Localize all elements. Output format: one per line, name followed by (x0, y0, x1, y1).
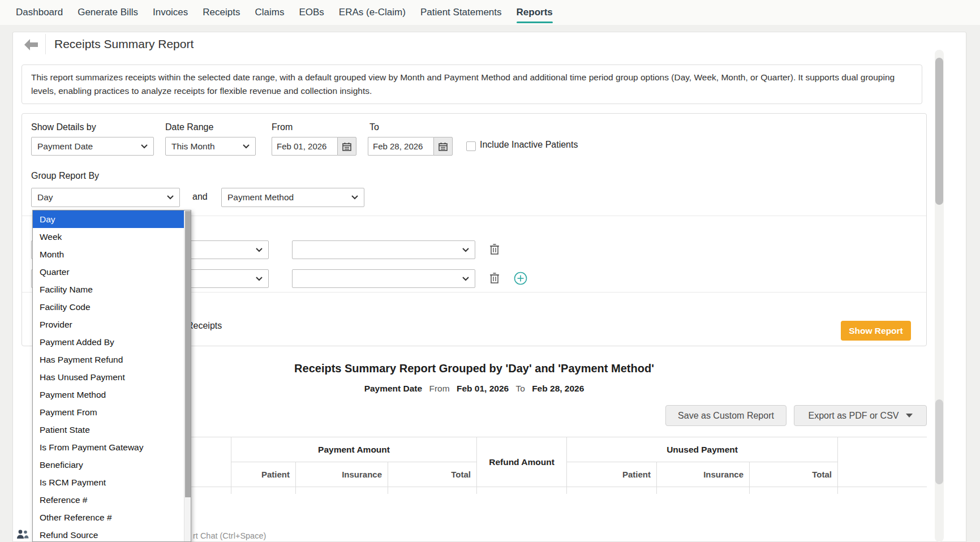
dropdown-option-month[interactable]: Month (33, 246, 184, 263)
plus-circle-icon (514, 272, 527, 285)
dropdown-option-is-from-payment-gateway[interactable]: Is From Payment Gateway (33, 438, 184, 456)
chevron-down-icon (462, 248, 469, 252)
to-date-field: Feb 28, 2026 (368, 137, 453, 156)
payment-amount-header: Payment Amount (231, 437, 477, 462)
from-date-field: Feb 01, 2026 (272, 137, 356, 156)
caret-down-icon (906, 414, 913, 418)
dropdown-option-payment-added-by[interactable]: Payment Added By (33, 333, 184, 351)
filter-row2-value-select[interactable] (292, 269, 475, 288)
include-inactive-label: Include Inactive Patients (480, 140, 578, 150)
dropdown-option-is-rcm-payment[interactable]: Is RCM Payment (33, 474, 184, 491)
date-range-label: Date Range (165, 122, 213, 132)
chevron-down-icon (462, 277, 469, 281)
dropdown-option-other-reference[interactable]: Other Reference # (33, 509, 184, 526)
to-calendar-button[interactable] (433, 137, 453, 156)
group-by-primary-select[interactable]: Day (31, 188, 180, 207)
refund-amount-header: Refund Amount (477, 437, 567, 487)
dropdown-option-patient-state[interactable]: Patient State (33, 421, 184, 438)
date-range-select[interactable]: This Month (165, 137, 256, 156)
group-by-primary-value: Day (37, 192, 53, 203)
nav-patient-statements[interactable]: Patient Statements (420, 0, 502, 25)
dropdown-option-provider[interactable]: Provider (33, 316, 184, 333)
dropdown-option-has-payment-refund[interactable]: Has Payment Refund (33, 351, 184, 368)
report-description: This report summarizes receipts within t… (22, 64, 922, 104)
dropdown-option-day[interactable]: Day (33, 210, 184, 228)
nav-claims[interactable]: Claims (255, 0, 284, 25)
group-by-conjunction: and (192, 192, 208, 202)
inner-scrollbar-thumb[interactable] (935, 399, 943, 484)
group-by-secondary-value: Payment Method (227, 192, 294, 203)
page-scrollbar-thumb[interactable] (935, 58, 943, 205)
export-label: Export as PDF or CSV (808, 411, 899, 421)
header-divider (45, 34, 46, 54)
unused-total-header: Total (750, 462, 838, 487)
nav-invoices[interactable]: Invoices (153, 0, 188, 25)
chevron-down-icon (351, 195, 358, 200)
nav-dashboard[interactable]: Dashboard (16, 0, 63, 25)
actions-column-header (838, 437, 927, 487)
report-table: Payment Amount Refund Amount Unused Paym… (175, 437, 927, 494)
page-title: Receipts Summary Report (54, 37, 194, 51)
show-report-button[interactable]: Show Report (841, 321, 911, 341)
top-navbar: Dashboard Generate Bills Invoices Receip… (0, 0, 980, 25)
group-report-by-label: Group Report By (31, 171, 99, 181)
calendar-icon (342, 142, 351, 151)
subtitle-from-value: Feb 01, 2026 (457, 384, 509, 393)
from-date-input[interactable]: Feb 01, 2026 (272, 137, 337, 156)
nav-eras[interactable]: ERAs (e-Claim) (339, 0, 406, 25)
partially-hidden-receipts-label: Receipts (187, 321, 222, 331)
group-by-secondary-select[interactable]: Payment Method (221, 188, 364, 207)
dropdown-option-facility-code[interactable]: Facility Code (33, 298, 184, 316)
payment-patient-header: Patient (231, 462, 296, 487)
table-row (176, 487, 927, 494)
subtitle-to-label: To (515, 384, 525, 393)
add-filter-button[interactable] (514, 272, 527, 285)
group-by-open-dropdown: Day Week Month Quarter Facility Name Fac… (32, 210, 191, 542)
calendar-icon (439, 142, 448, 151)
dropdown-option-reference[interactable]: Reference # (33, 491, 184, 509)
payment-insurance-header: Insurance (296, 462, 388, 487)
show-details-by-label: Show Details by (31, 122, 96, 132)
filter-row1-delete-button[interactable] (489, 243, 500, 255)
chevron-down-icon (256, 277, 263, 281)
dropdown-option-has-unused-payment[interactable]: Has Unused Payment (33, 368, 184, 386)
dropdown-option-payment-from[interactable]: Payment From (33, 403, 184, 421)
trash-icon (489, 243, 500, 255)
to-label: To (369, 122, 379, 132)
dropdown-option-week[interactable]: Week (33, 228, 184, 246)
filter-row1-value-select[interactable] (292, 240, 475, 259)
export-pdf-csv-button[interactable]: Export as PDF or CSV (794, 405, 927, 426)
unused-payment-header: Unused Payment (567, 437, 838, 462)
filter-row2-delete-button[interactable] (489, 272, 500, 284)
save-as-custom-report-button[interactable]: Save as Custom Report (665, 405, 786, 426)
table-header-groups: Payment Amount Refund Amount Unused Paym… (176, 437, 927, 462)
chat-shortcut-label[interactable]: rt Chat (Ctrl+Space) (193, 531, 266, 540)
include-inactive-checkbox[interactable] (466, 141, 476, 151)
nav-generate-bills[interactable]: Generate Bills (78, 0, 138, 25)
subtitle-to-value: Feb 28, 2026 (532, 384, 584, 393)
nav-receipts[interactable]: Receipts (203, 0, 240, 25)
unused-insurance-header: Insurance (657, 462, 750, 487)
dropdown-scrollbar-thumb[interactable] (185, 211, 191, 497)
chat-users-icon[interactable] (16, 528, 29, 542)
to-date-input[interactable]: Feb 28, 2026 (368, 137, 433, 156)
from-label: From (272, 122, 293, 132)
from-calendar-button[interactable] (337, 137, 356, 156)
show-details-by-value: Payment Date (37, 141, 93, 152)
dropdown-option-payment-method[interactable]: Payment Method (33, 386, 184, 403)
dropdown-scrollbar[interactable] (184, 210, 191, 541)
date-range-value: This Month (171, 141, 215, 152)
dropdown-option-facility-name[interactable]: Facility Name (33, 281, 184, 298)
page-scrollbar[interactable] (935, 50, 944, 542)
dropdown-option-quarter[interactable]: Quarter (33, 263, 184, 281)
nav-eobs[interactable]: EOBs (299, 0, 324, 25)
dropdown-option-beneficiary[interactable]: Beneficiary (33, 456, 184, 474)
nav-reports[interactable]: Reports (517, 0, 553, 25)
back-arrow-icon (23, 37, 40, 52)
dropdown-option-refund-source[interactable]: Refund Source (33, 526, 184, 542)
payment-total-header: Total (388, 462, 477, 487)
trash-icon (489, 272, 500, 284)
back-button[interactable] (23, 37, 40, 52)
subtitle-prefix: Payment Date (364, 384, 423, 393)
show-details-by-select[interactable]: Payment Date (31, 137, 154, 156)
